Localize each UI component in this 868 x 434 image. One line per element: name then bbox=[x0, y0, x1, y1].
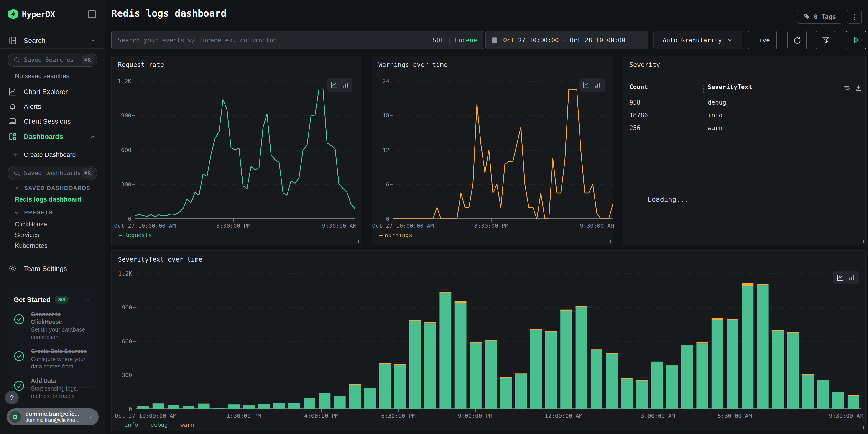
bar-chart-icon[interactable] bbox=[342, 82, 349, 89]
get-started-item-title: Add Data bbox=[31, 377, 90, 384]
line-chart-icon[interactable] bbox=[837, 274, 844, 281]
panel-warnings: Warnings over time 24 18 12 6 0 Oct 27 1… bbox=[372, 56, 613, 245]
panel-resize-handle[interactable] bbox=[861, 241, 864, 243]
y-tick-label: 0 bbox=[128, 216, 131, 222]
y-tick-label: 300 bbox=[122, 372, 132, 378]
sidebar-item-redis-logs-dashboard[interactable]: Redis logs dashboard bbox=[15, 196, 82, 203]
granularity-select[interactable]: Auto Granularity bbox=[653, 31, 742, 50]
legend-label: Warnings bbox=[385, 232, 412, 239]
lucene-mode-toggle[interactable]: Lucene bbox=[455, 37, 477, 44]
sidebar-collapse-icon[interactable] bbox=[87, 9, 97, 19]
panel-resize-handle[interactable] bbox=[356, 241, 359, 243]
severity-table-tools bbox=[843, 84, 862, 92]
user-menu[interactable]: D dominic.tran@clic... dominic.tran@clic… bbox=[7, 408, 99, 425]
legend-label: info bbox=[124, 422, 138, 428]
warnings-plot: 24 18 12 6 0 Oct 27 10:00:00 AM 8:30:00 … bbox=[393, 81, 613, 219]
x-tick-label: Oct 27 10:00:00 AM bbox=[115, 412, 177, 419]
panel-resize-handle[interactable] bbox=[861, 427, 864, 429]
refresh-button[interactable] bbox=[787, 31, 807, 50]
hyperdx-logo-icon bbox=[8, 9, 18, 20]
table-row[interactable]: 18786 info bbox=[629, 112, 859, 119]
run-query-button[interactable] bbox=[846, 31, 866, 50]
sidebar-item-team-settings[interactable]: Team Settings bbox=[0, 262, 105, 275]
x-tick-label: 6:30:00 PM bbox=[381, 412, 415, 419]
panel-severity: Severity Count SeverityText 958 debug 18… bbox=[623, 56, 866, 245]
no-saved-searches-note: No saved searches bbox=[15, 72, 69, 80]
sidebar-item-client-sessions[interactable]: Client Sessions bbox=[0, 115, 105, 128]
sidebar-item-label: Search bbox=[24, 37, 45, 44]
table-row[interactable]: 958 debug bbox=[629, 99, 859, 106]
sidebar-item-label: Dashboards bbox=[24, 133, 63, 141]
sql-mode-toggle[interactable]: SQL bbox=[433, 37, 444, 44]
loading-indicator: Loading... bbox=[648, 195, 689, 203]
get-started-item[interactable]: Create Data Sources Configure where your… bbox=[14, 347, 90, 370]
table-row[interactable]: 256 warn bbox=[629, 124, 859, 131]
dashboard-menu-button[interactable]: ⋮ bbox=[847, 9, 862, 24]
user-email: dominic.tran@clickho... bbox=[25, 417, 80, 423]
date-range-picker[interactable]: Oct 27 10:00:00 - Oct 28 10:00:00 bbox=[486, 31, 648, 50]
line-chart-icon[interactable] bbox=[583, 82, 590, 89]
y-tick-label: 300 bbox=[121, 181, 131, 188]
y-tick-label: 900 bbox=[122, 304, 132, 311]
user-name: dominic.tran@clic... bbox=[25, 410, 80, 417]
panel-resize-handle[interactable] bbox=[608, 241, 611, 243]
x-tick-label: 12:00:00 AM bbox=[545, 412, 583, 419]
granularity-value: Auto Granularity bbox=[662, 37, 722, 44]
cell-severity: debug bbox=[708, 99, 726, 106]
filter-button[interactable] bbox=[816, 31, 835, 50]
bar-chart-icon[interactable] bbox=[848, 274, 855, 281]
date-range-value: Oct 27 10:00:00 - Oct 28 10:00:00 bbox=[503, 37, 625, 44]
x-tick-label: Oct 27 10:00:00 AM bbox=[372, 222, 434, 229]
check-circle-icon bbox=[14, 380, 25, 391]
tags-button[interactable]: 0 Tags bbox=[797, 9, 842, 24]
x-tick-label: 5:30:00 AM bbox=[718, 412, 752, 419]
sidebar-item-kubernetes[interactable]: Kubernetes bbox=[15, 242, 48, 249]
sidebar-item-services[interactable]: Services bbox=[15, 231, 39, 239]
bar-chart-icon[interactable] bbox=[594, 82, 601, 89]
event-search-input[interactable] bbox=[112, 37, 433, 44]
chevron-down-icon bbox=[727, 37, 733, 43]
live-button[interactable]: Live bbox=[748, 31, 777, 50]
legend-label: debug bbox=[151, 422, 167, 428]
sidebar-item-chart-explorer[interactable]: Chart Explorer bbox=[0, 85, 105, 98]
page-title: Redis logs dashboard bbox=[111, 8, 226, 19]
chevron-down-icon bbox=[14, 185, 19, 191]
column-header-severitytext[interactable]: SeverityText bbox=[708, 83, 752, 90]
column-header-count[interactable]: Count bbox=[629, 83, 648, 90]
saved-searches-search[interactable]: Saved Searches ⌘K bbox=[7, 53, 97, 67]
saved-dashboards-search[interactable]: Saved Dashboards ⌘K bbox=[7, 166, 97, 180]
y-tick-label: 24 bbox=[382, 78, 390, 85]
x-tick-label: 9:30:00 AM bbox=[580, 222, 614, 229]
sidebar-item-search[interactable]: Search bbox=[0, 34, 105, 47]
tag-icon bbox=[803, 13, 810, 20]
get-started-item-desc: Set up your database connection bbox=[31, 326, 90, 341]
get-started-progress-badge: 3/3 bbox=[55, 296, 69, 304]
filter-edit-icon bbox=[821, 36, 830, 44]
help-button[interactable]: ? bbox=[5, 391, 19, 404]
shortcut-badge: ⌘K bbox=[82, 168, 94, 178]
get-started-item[interactable]: Connect to ClickHouse Set up your databa… bbox=[14, 311, 90, 341]
line-chart-icon[interactable] bbox=[331, 82, 338, 89]
x-tick-label: Oct 27 10:00:00 AM bbox=[114, 222, 176, 229]
chevron-up-icon[interactable] bbox=[85, 297, 90, 303]
saved-dashboards-group[interactable]: SAVED DASHBOARDS bbox=[14, 185, 91, 191]
search-section-icon bbox=[8, 36, 17, 45]
create-dashboard-button[interactable]: Create Dashboard bbox=[0, 149, 105, 161]
table-options-icon[interactable] bbox=[843, 84, 850, 92]
download-icon[interactable] bbox=[855, 84, 862, 92]
presets-group[interactable]: PRESETS bbox=[14, 210, 53, 216]
sidebar-item-dashboards[interactable]: Dashboards bbox=[0, 130, 105, 143]
x-tick-label: 8:30:00 PM bbox=[216, 222, 251, 229]
search-icon bbox=[13, 57, 20, 63]
dashboards-icon bbox=[8, 132, 17, 141]
get-started-card: Get Started 3/3 Connect to ClickHouse Se… bbox=[7, 289, 97, 388]
sidebar-item-clickhouse[interactable]: ClickHouse bbox=[15, 221, 47, 228]
severity-over-time-plot: 1.2K 900 600 300 0 Oct 27 10:00:00 AM 1:… bbox=[136, 274, 861, 409]
column-separator[interactable] bbox=[703, 84, 704, 93]
get-started-item-title: Connect to ClickHouse bbox=[31, 311, 90, 326]
panel-title: Request rate bbox=[118, 61, 164, 68]
chevron-up-icon bbox=[90, 133, 96, 140]
sidebar-item-alerts[interactable]: Alerts bbox=[0, 100, 105, 113]
get-started-item[interactable]: Add Data Start sending logs, metrics, or… bbox=[14, 377, 90, 400]
main-area: Redis logs dashboard 0 Tags ⋮ SQL | Luce… bbox=[105, 0, 868, 434]
